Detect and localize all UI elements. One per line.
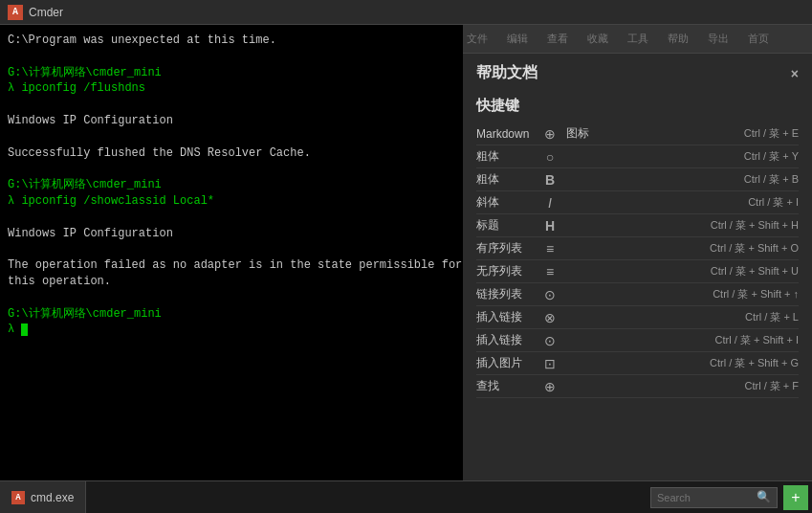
close-button[interactable]: × [791, 66, 799, 81]
search-icon: 🔍 [757, 490, 771, 504]
shortcut-label: 斜体 [476, 194, 534, 211]
shortcut-keys: Ctrl / 菜 + Y [629, 149, 799, 164]
shortcut-label: 有序列表 [476, 240, 534, 256]
terminal-line [8, 241, 455, 257]
app-icon: A [8, 5, 23, 20]
shortcut-keys: Ctrl / 菜 + Shift + U [629, 264, 799, 279]
terminal-command: λ ipconfig /showclassid Local* [8, 193, 455, 210]
shortcut-keys: Ctrl / 菜 + Shift + H [629, 218, 799, 233]
shortcut-section-title: 快捷键 [476, 97, 799, 115]
terminal-output: C:\Program was unexpected at this time. … [8, 33, 455, 473]
shortcut-label: 插入图片 [476, 355, 534, 371]
search-input[interactable] [657, 492, 753, 503]
terminal-panel[interactable]: C:\Program was unexpected at this time. … [0, 25, 463, 480]
shortcut-keys: Ctrl / 菜 + E [629, 126, 799, 141]
window-title: Cmder [29, 6, 63, 19]
add-tab-button[interactable]: + [783, 485, 808, 510]
help-panel: 帮助文档 × 快捷键 Markdown ⊕ 图标 Ctrl / 菜 + E 粗体… [463, 54, 812, 480]
terminal-prompt: G:\计算机网络\cmder_mini [8, 177, 455, 193]
taskbar-app-icon: A [11, 491, 25, 504]
shortcut-keys: Ctrl / 菜 + Shift + I [629, 333, 799, 347]
right-panel: 文件 编辑 查看 收藏 工具 帮助 导出 首页 帮助文档 × 快捷键 Markd… [463, 25, 812, 480]
shortcut-icon: ≡ [539, 264, 560, 279]
terminal-line [8, 49, 455, 65]
taskbar-process-label: cmd.exe [31, 491, 74, 504]
toolbar-item-fav: 收藏 [587, 32, 608, 46]
shortcut-keys: Ctrl / 菜 + I [629, 195, 799, 210]
shortcut-icon: B [539, 172, 560, 188]
shortcut-label: 粗体 [476, 148, 534, 165]
terminal-line [8, 290, 455, 306]
shortcut-item: 查找 ⊕ Ctrl / 菜 + F [476, 375, 799, 398]
shortcut-icon: ○ [539, 149, 560, 165]
terminal-line: The operation failed as no adapter is in… [8, 257, 455, 274]
shortcut-keys: Ctrl / 菜 + B [629, 172, 799, 187]
toolbar-item-help: 帮助 [668, 32, 689, 46]
terminal-line [8, 161, 455, 177]
cursor [21, 323, 28, 336]
shortcut-keys: Ctrl / 菜 + L [629, 310, 799, 324]
shortcut-label: 插入链接 [476, 332, 534, 348]
shortcut-item: 有序列表 ≡ Ctrl / 菜 + Shift + O [476, 237, 799, 260]
terminal-prompt: G:\计算机网络\cmder_mini [8, 306, 455, 323]
shortcut-icon: ≡ [539, 241, 560, 256]
terminal-cursor-line: λ [8, 322, 455, 338]
terminal-line [8, 210, 455, 226]
shortcut-icon: ⊕ [539, 126, 560, 142]
shortcut-label: 插入链接 [476, 309, 534, 325]
terminal-line [8, 129, 455, 145]
taskbar: A cmd.exe 🔍 + [0, 480, 812, 513]
shortcut-item: 粗体 ○ Ctrl / 菜 + Y [476, 145, 799, 168]
shortcut-icon: ⊗ [539, 310, 560, 325]
toolbar-item-view: 查看 [547, 32, 568, 46]
shortcut-item: 无序列表 ≡ Ctrl / 菜 + Shift + U [476, 260, 799, 283]
shortcut-icon: ⊙ [539, 333, 560, 348]
shortcut-label: 查找 [476, 378, 534, 394]
shortcut-icon: H [539, 218, 560, 234]
shortcut-label: 粗体 [476, 171, 534, 188]
terminal-line [8, 97, 455, 113]
shortcut-keys: Ctrl / 菜 + Shift + ↑ [629, 287, 799, 301]
shortcut-label: 标题 [476, 217, 534, 234]
toolbar-item-edit: 编辑 [507, 32, 528, 46]
shortcut-icon: ⊡ [539, 356, 560, 371]
shortcut-desc: 图标 [566, 125, 624, 142]
shortcut-label: 链接列表 [476, 286, 534, 302]
title-bar: A Cmder [0, 0, 812, 25]
toolbar: 文件 编辑 查看 收藏 工具 帮助 导出 首页 [463, 25, 812, 54]
toolbar-item-file: 文件 [467, 32, 488, 46]
shortcut-icon: ⊙ [539, 287, 560, 302]
toolbar-item-home: 首页 [748, 32, 769, 46]
terminal-line: C:\Program was unexpected at this time. [8, 33, 455, 49]
shortcut-item: Markdown ⊕ 图标 Ctrl / 菜 + E [476, 123, 799, 145]
shortcut-icon: I [539, 195, 560, 211]
shortcut-keys: Ctrl / 菜 + F [629, 379, 799, 393]
taskbar-process-item[interactable]: A cmd.exe [0, 481, 86, 513]
toolbar-item-tools: 工具 [627, 32, 648, 46]
search-box[interactable]: 🔍 [650, 487, 778, 508]
shortcut-item: 标题 H Ctrl / 菜 + Shift + H [476, 214, 799, 237]
terminal-line: Successfully flushed the DNS Resolver Ca… [8, 145, 455, 162]
shortcut-item: 粗体 B Ctrl / 菜 + B [476, 168, 799, 191]
shortcut-icon: ⊕ [539, 379, 560, 394]
terminal-line: this operation. [8, 274, 455, 290]
terminal-prompt: G:\计算机网络\cmder_mini [8, 65, 455, 81]
help-panel-title: 帮助文档 × [476, 63, 799, 83]
shortcut-item: 链接列表 ⊙ Ctrl / 菜 + Shift + ↑ [476, 283, 799, 306]
toolbar-item-export: 导出 [708, 32, 729, 46]
main-content: C:\Program was unexpected at this time. … [0, 25, 812, 480]
shortcut-item: 插入图片 ⊡ Ctrl / 菜 + Shift + G [476, 352, 799, 375]
shortcut-keys: Ctrl / 菜 + Shift + G [629, 356, 799, 370]
shortcut-label: 无序列表 [476, 263, 534, 279]
shortcut-item: 插入链接 ⊗ Ctrl / 菜 + L [476, 306, 799, 329]
shortcut-item: 插入链接 ⊙ Ctrl / 菜 + Shift + I [476, 329, 799, 352]
terminal-line: Windows IP Configuration [8, 113, 455, 129]
shortcut-label: Markdown [476, 127, 534, 141]
shortcut-keys: Ctrl / 菜 + Shift + O [629, 241, 799, 256]
shortcut-item: 斜体 I Ctrl / 菜 + I [476, 191, 799, 214]
terminal-command: λ ipconfig /flushdns [8, 80, 455, 97]
terminal-line: Windows IP Configuration [8, 226, 455, 242]
